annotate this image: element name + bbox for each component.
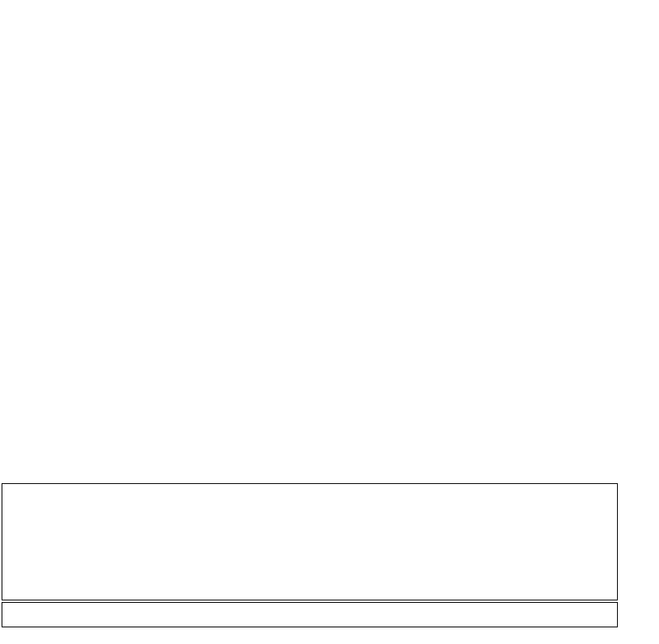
- lots-panel: [2, 602, 618, 627]
- balance-line-plot: [2, 484, 617, 600]
- strategy-tester-report: [0, 0, 659, 644]
- report-table: [0, 0, 659, 483]
- balance-chart: [2, 483, 618, 600]
- lots-bars: [2, 603, 617, 627]
